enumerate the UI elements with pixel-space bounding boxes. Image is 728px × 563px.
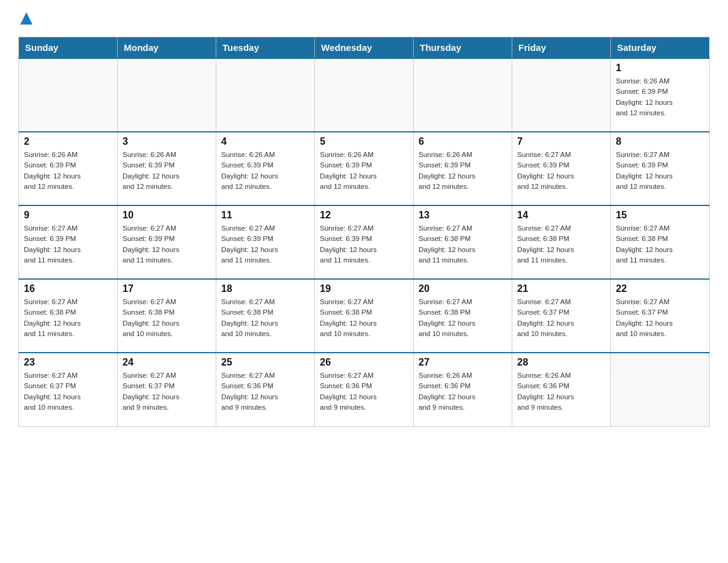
day-number: 9 xyxy=(24,210,112,221)
day-cell: 27Sunrise: 6:26 AM Sunset: 6:36 PM Dayli… xyxy=(414,353,512,426)
day-info: Sunrise: 6:27 AM Sunset: 6:39 PM Dayligh… xyxy=(320,223,408,266)
day-number: 5 xyxy=(320,136,408,147)
day-info: Sunrise: 6:27 AM Sunset: 6:38 PM Dayligh… xyxy=(320,297,408,339)
day-info: Sunrise: 6:27 AM Sunset: 6:36 PM Dayligh… xyxy=(320,370,408,413)
day-info: Sunrise: 6:27 AM Sunset: 6:37 PM Dayligh… xyxy=(616,297,704,339)
day-cell: 15Sunrise: 6:27 AM Sunset: 6:38 PM Dayli… xyxy=(611,205,710,279)
day-info: Sunrise: 6:27 AM Sunset: 6:39 PM Dayligh… xyxy=(123,223,211,266)
day-cell: 26Sunrise: 6:27 AM Sunset: 6:36 PM Dayli… xyxy=(315,353,414,426)
day-info: Sunrise: 6:27 AM Sunset: 6:39 PM Dayligh… xyxy=(616,150,704,192)
day-number: 1 xyxy=(616,63,704,74)
page-header xyxy=(18,12,710,27)
day-cell: 21Sunrise: 6:27 AM Sunset: 6:37 PM Dayli… xyxy=(512,279,611,353)
day-info: Sunrise: 6:26 AM Sunset: 6:39 PM Dayligh… xyxy=(616,76,704,118)
day-cell: 28Sunrise: 6:26 AM Sunset: 6:36 PM Dayli… xyxy=(512,353,611,426)
header-wednesday: Wednesday xyxy=(315,37,414,59)
day-cell: 19Sunrise: 6:27 AM Sunset: 6:38 PM Dayli… xyxy=(315,279,414,353)
day-number: 6 xyxy=(419,136,507,147)
day-number: 15 xyxy=(616,210,704,221)
week-row-2: 2Sunrise: 6:26 AM Sunset: 6:39 PM Daylig… xyxy=(19,132,710,205)
day-cell: 17Sunrise: 6:27 AM Sunset: 6:38 PM Dayli… xyxy=(118,279,216,353)
day-cell: 23Sunrise: 6:27 AM Sunset: 6:37 PM Dayli… xyxy=(19,353,118,426)
day-number: 21 xyxy=(517,283,605,294)
header-sunday: Sunday xyxy=(19,37,118,59)
week-row-4: 16Sunrise: 6:27 AM Sunset: 6:38 PM Dayli… xyxy=(19,279,710,353)
day-info: Sunrise: 6:27 AM Sunset: 6:39 PM Dayligh… xyxy=(517,150,605,192)
day-cell xyxy=(512,58,611,132)
day-info: Sunrise: 6:27 AM Sunset: 6:38 PM Dayligh… xyxy=(221,297,309,339)
day-cell: 1Sunrise: 6:26 AM Sunset: 6:39 PM Daylig… xyxy=(611,58,710,132)
day-info: Sunrise: 6:27 AM Sunset: 6:36 PM Dayligh… xyxy=(221,370,309,413)
day-info: Sunrise: 6:26 AM Sunset: 6:39 PM Dayligh… xyxy=(419,150,507,192)
day-cell: 25Sunrise: 6:27 AM Sunset: 6:36 PM Dayli… xyxy=(216,353,315,426)
day-info: Sunrise: 6:27 AM Sunset: 6:38 PM Dayligh… xyxy=(419,223,507,266)
day-number: 2 xyxy=(24,136,112,147)
day-cell: 13Sunrise: 6:27 AM Sunset: 6:38 PM Dayli… xyxy=(414,205,512,279)
header-monday: Monday xyxy=(118,37,216,59)
day-info: Sunrise: 6:26 AM Sunset: 6:39 PM Dayligh… xyxy=(320,150,408,192)
day-cell: 24Sunrise: 6:27 AM Sunset: 6:37 PM Dayli… xyxy=(118,353,216,426)
day-number: 20 xyxy=(419,283,507,294)
day-cell xyxy=(118,58,216,132)
day-info: Sunrise: 6:26 AM Sunset: 6:39 PM Dayligh… xyxy=(24,150,112,192)
day-info: Sunrise: 6:27 AM Sunset: 6:38 PM Dayligh… xyxy=(616,223,704,266)
day-number: 12 xyxy=(320,210,408,221)
header-saturday: Saturday xyxy=(611,37,710,59)
day-number: 8 xyxy=(616,136,704,147)
day-number: 22 xyxy=(616,283,704,294)
day-number: 11 xyxy=(221,210,309,221)
day-info: Sunrise: 6:27 AM Sunset: 6:38 PM Dayligh… xyxy=(123,297,211,339)
day-cell xyxy=(315,58,414,132)
day-info: Sunrise: 6:26 AM Sunset: 6:39 PM Dayligh… xyxy=(123,150,211,192)
day-number: 3 xyxy=(123,136,211,147)
day-cell xyxy=(19,58,118,132)
day-info: Sunrise: 6:27 AM Sunset: 6:37 PM Dayligh… xyxy=(24,370,112,413)
day-info: Sunrise: 6:26 AM Sunset: 6:39 PM Dayligh… xyxy=(221,150,309,192)
day-number: 16 xyxy=(24,283,112,294)
day-cell: 2Sunrise: 6:26 AM Sunset: 6:39 PM Daylig… xyxy=(19,132,118,205)
day-number: 26 xyxy=(320,357,408,368)
day-cell: 11Sunrise: 6:27 AM Sunset: 6:39 PM Dayli… xyxy=(216,205,315,279)
day-cell: 8Sunrise: 6:27 AM Sunset: 6:39 PM Daylig… xyxy=(611,132,710,205)
logo xyxy=(18,12,32,27)
day-number: 10 xyxy=(123,210,211,221)
day-info: Sunrise: 6:27 AM Sunset: 6:37 PM Dayligh… xyxy=(123,370,211,413)
day-cell xyxy=(414,58,512,132)
day-cell: 4Sunrise: 6:26 AM Sunset: 6:39 PM Daylig… xyxy=(216,132,315,205)
day-number: 24 xyxy=(123,357,211,368)
header-tuesday: Tuesday xyxy=(216,37,315,59)
header-thursday: Thursday xyxy=(414,37,512,59)
week-row-1: 1Sunrise: 6:26 AM Sunset: 6:39 PM Daylig… xyxy=(19,58,710,132)
day-number: 19 xyxy=(320,283,408,294)
day-info: Sunrise: 6:27 AM Sunset: 6:39 PM Dayligh… xyxy=(221,223,309,266)
day-number: 17 xyxy=(123,283,211,294)
week-row-5: 23Sunrise: 6:27 AM Sunset: 6:37 PM Dayli… xyxy=(19,353,710,426)
day-info: Sunrise: 6:26 AM Sunset: 6:36 PM Dayligh… xyxy=(419,370,507,413)
day-number: 23 xyxy=(24,357,112,368)
day-number: 14 xyxy=(517,210,605,221)
week-row-3: 9Sunrise: 6:27 AM Sunset: 6:39 PM Daylig… xyxy=(19,205,710,279)
logo-triangle-icon xyxy=(20,12,32,25)
calendar-table: SundayMondayTuesdayWednesdayThursdayFrid… xyxy=(18,37,710,427)
day-cell: 7Sunrise: 6:27 AM Sunset: 6:39 PM Daylig… xyxy=(512,132,611,205)
day-info: Sunrise: 6:27 AM Sunset: 6:38 PM Dayligh… xyxy=(517,223,605,266)
day-info: Sunrise: 6:27 AM Sunset: 6:37 PM Dayligh… xyxy=(517,297,605,339)
day-cell: 9Sunrise: 6:27 AM Sunset: 6:39 PM Daylig… xyxy=(19,205,118,279)
day-cell: 10Sunrise: 6:27 AM Sunset: 6:39 PM Dayli… xyxy=(118,205,216,279)
day-number: 27 xyxy=(419,357,507,368)
day-info: Sunrise: 6:27 AM Sunset: 6:38 PM Dayligh… xyxy=(419,297,507,339)
day-info: Sunrise: 6:26 AM Sunset: 6:36 PM Dayligh… xyxy=(517,370,605,413)
day-info: Sunrise: 6:27 AM Sunset: 6:39 PM Dayligh… xyxy=(24,223,112,266)
day-cell: 5Sunrise: 6:26 AM Sunset: 6:39 PM Daylig… xyxy=(315,132,414,205)
day-cell: 16Sunrise: 6:27 AM Sunset: 6:38 PM Dayli… xyxy=(19,279,118,353)
day-cell: 14Sunrise: 6:27 AM Sunset: 6:38 PM Dayli… xyxy=(512,205,611,279)
day-number: 4 xyxy=(221,136,309,147)
day-cell xyxy=(611,353,710,426)
day-cell: 20Sunrise: 6:27 AM Sunset: 6:38 PM Dayli… xyxy=(414,279,512,353)
day-number: 25 xyxy=(221,357,309,368)
day-cell: 18Sunrise: 6:27 AM Sunset: 6:38 PM Dayli… xyxy=(216,279,315,353)
day-number: 13 xyxy=(419,210,507,221)
day-cell: 3Sunrise: 6:26 AM Sunset: 6:39 PM Daylig… xyxy=(118,132,216,205)
day-number: 7 xyxy=(517,136,605,147)
header-friday: Friday xyxy=(512,37,611,59)
